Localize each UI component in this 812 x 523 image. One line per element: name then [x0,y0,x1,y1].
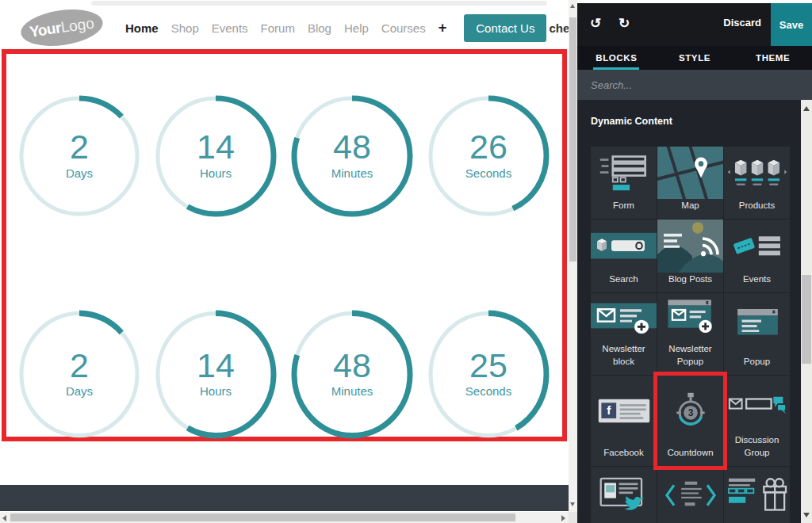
code-chevrons-icon [657,467,723,523]
block-tile-search[interactable]: Search [591,220,657,292]
discussion-group-icon [724,376,790,433]
redo-icon[interactable]: ↻ [619,15,630,32]
editor-tabs: BLOCKSSTYLETHEME [577,46,812,70]
nav-item-events[interactable]: Events [212,21,248,35]
countdown-circle-hours[interactable]: 14Hours [154,94,278,218]
block-tile-label: Search [591,273,657,292]
block-tile-label: Newsletter Popup [657,342,723,375]
save-button[interactable]: Save [771,3,812,46]
block-tile-twitter-card[interactable] [591,467,657,523]
tab-theme[interactable]: THEME [733,46,812,70]
add-page-plus-icon[interactable]: + [439,20,447,36]
blog-posts-icon [657,220,723,273]
panel-scroll-up-icon[interactable] [803,106,810,111]
block-tile-popup[interactable]: Popup [724,293,790,375]
gift-icon [724,467,790,523]
facebook-icon: f [591,376,657,446]
block-tile-form[interactable]: Form [591,147,657,219]
block-tile-countdown[interactable]: 3Countdown [657,376,723,466]
top-bar-hint [91,1,547,6]
countdown-circle-days[interactable]: 2Days [17,94,141,218]
tab-blocks[interactable]: BLOCKS [577,46,656,70]
form-icon [591,147,657,199]
newsletter-popup-icon [657,293,723,342]
countdown-icon: 3 [657,376,723,446]
site-logo[interactable]: YourLogo [18,5,105,51]
scroll-left-icon[interactable] [2,515,6,521]
panel-scroll-down-icon[interactable] [803,513,810,517]
block-tile-newsletter-block[interactable]: Newsletter block [591,293,657,375]
logo-text-your: Your [29,19,63,40]
website-preview: YourLogo HomeShopEventsForumBlogHelpCour… [0,0,569,523]
top-strip [0,0,569,6]
events-icon [724,220,790,273]
tab-style[interactable]: STYLE [656,46,734,70]
section-title: Dynamic Content [591,116,672,127]
blocks-search-bar [577,70,812,100]
svg-text:3: 3 [688,407,693,418]
preview-horizontal-scrollbar[interactable] [0,512,569,523]
newsletter-block-icon [591,293,657,342]
block-tile-events[interactable]: Events [724,220,790,292]
blocks-search-input[interactable] [577,70,812,100]
user-name-partial[interactable]: chell [549,21,569,35]
block-tile-blog-posts[interactable]: Blog Posts [657,220,723,292]
countdown-circle-seconds[interactable]: 26Seconds [427,94,550,218]
nav-item-blog[interactable]: Blog [308,21,331,35]
countdown-circle-hours[interactable]: 14Hours [154,309,278,440]
nav-items: HomeShopEventsForumBlogHelpCourses [125,21,426,35]
blocks-panel-content: Dynamic Content FormMapProductsSearchBlo… [577,100,812,523]
block-tile-newsletter-popup[interactable]: Newsletter Popup [657,293,723,375]
block-tile-label: Newsletter block [591,342,657,375]
scrollbar-corner [569,512,577,523]
countdown-circle-minutes[interactable]: 48Minutes [290,309,414,440]
contact-us-button[interactable]: Contact Us [464,14,546,42]
site-footer-strip [0,485,569,511]
nav-item-shop[interactable]: Shop [171,21,199,35]
countdown-circle-minutes[interactable]: 48Minutes [290,94,414,218]
search-block-icon [591,220,657,273]
block-tile-discussion-group[interactable]: Discussion Group [724,376,790,466]
editor-header: ↺ ↻ Discard Save [577,3,812,46]
popup-icon [724,293,790,355]
countdown-row-1: 2Days14Hours48Minutes26Seconds [6,94,562,218]
blocks-grid: FormMapProductsSearchBlog PostsEventsNew… [591,147,790,523]
site-navbar: YourLogo HomeShopEventsForumBlogHelpCour… [0,6,569,49]
horizontal-scroll-thumb[interactable] [10,513,515,521]
block-tile-label: Form [591,199,657,219]
nav-item-help[interactable]: Help [344,21,369,35]
panel-scroll-thumb[interactable] [802,275,811,364]
editor-panel: ↺ ↻ Discard Save BLOCKSSTYLETHEME Dynami… [577,3,812,523]
twitter-card-icon [591,467,657,523]
undo-icon[interactable]: ↺ [590,15,601,32]
nav-item-forum[interactable]: Forum [261,21,295,35]
preview-vertical-scrollbar[interactable] [569,0,577,512]
panel-scrollbar[interactable] [801,100,812,523]
vertical-scroll-thumb[interactable] [569,17,576,262]
block-tile-label: Blog Posts [657,273,723,292]
block-tile-gift[interactable] [724,467,790,523]
scroll-down-icon[interactable] [570,502,575,506]
block-tile-label: Popup [724,355,790,375]
block-tile-label: Discussion Group [724,433,790,466]
block-tile-label: Events [724,273,790,292]
selected-countdown-section[interactable]: 2Days14Hours48Minutes26Seconds 2Days14Ho… [2,49,567,441]
website-builder-screen: YourLogo HomeShopEventsForumBlogHelpCour… [0,0,812,523]
logo-text-logo: Logo [59,14,95,36]
block-tile-label: Map [657,199,723,219]
block-tile-label: Facebook [591,446,657,466]
countdown-circle-seconds[interactable]: 25Seconds [427,309,550,440]
block-tile-products[interactable]: Products [724,147,790,219]
products-icon [724,147,790,199]
block-tile-label: Products [724,199,790,219]
scroll-up-icon[interactable] [570,4,575,8]
map-icon [657,147,723,199]
block-tile-code-chevrons[interactable] [657,467,723,523]
countdown-circle-days[interactable]: 2Days [17,309,141,440]
nav-item-courses[interactable]: Courses [381,21,426,35]
block-tile-map[interactable]: Map [657,147,723,219]
discard-button[interactable]: Discard [723,17,761,29]
scroll-right-icon[interactable] [561,515,565,521]
nav-item-home[interactable]: Home [125,21,159,35]
block-tile-facebook[interactable]: fFacebook [591,376,657,466]
